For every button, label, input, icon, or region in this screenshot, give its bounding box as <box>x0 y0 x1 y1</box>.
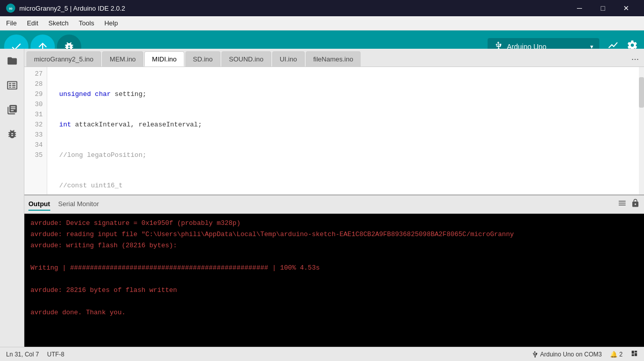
scrollbar-thumb[interactable] <box>639 77 644 108</box>
sidebar-item-debug[interactable] <box>4 126 20 142</box>
tab-output[interactable]: Output <box>28 198 50 211</box>
tab-microgranny[interactable]: microGranny2_5.ino <box>26 51 101 67</box>
sidebar-item-explorer[interactable] <box>4 53 20 69</box>
code-editor[interactable]: 27 28 29 30 31 32 33 34 35 unsigned char… <box>24 67 644 194</box>
output-line-9: avrdude done. Thank you. <box>30 307 638 318</box>
menu-edit[interactable]: Edit <box>27 19 38 27</box>
output-line-1: avrdude: Device signature = 0x1e950f (pr… <box>30 218 638 229</box>
notifications: 🔔 2 <box>610 351 623 358</box>
output-panel: Output Serial Monitor avrdude: Device si… <box>24 194 644 347</box>
close-button[interactable]: ✕ <box>615 0 638 16</box>
output-line-6 <box>30 274 638 285</box>
menu-file[interactable]: File <box>6 19 17 27</box>
layout-icon[interactable] <box>631 350 638 358</box>
titlebar: ∞ microGranny2_5 | Arduino IDE 2.0.2 ─ □… <box>0 0 644 16</box>
menubar: File Edit Sketch Tools Help <box>0 16 644 30</box>
board-status: Arduino Uno on COM3 <box>531 351 602 358</box>
window-title: microGranny2_5 | Arduino IDE 2.0.2 <box>19 5 568 12</box>
code-content[interactable]: unsigned char setting; int attackInterva… <box>47 67 644 194</box>
tab-filenames[interactable]: fileNames.ino <box>306 51 361 67</box>
menu-help[interactable]: Help <box>104 19 118 27</box>
tab-serial-monitor[interactable]: Serial Monitor <box>58 198 99 211</box>
sidebar-item-board[interactable] <box>4 77 20 93</box>
output-line-7: avrdude: 28216 bytes of flash written <box>30 285 638 296</box>
menu-tools[interactable]: Tools <box>79 19 94 27</box>
tab-sd[interactable]: SD.ino <box>185 51 220 67</box>
horizontal-lines-icon[interactable] <box>618 199 627 210</box>
output-right-icons <box>618 199 640 210</box>
cursor-position: Ln 31, Col 7 <box>6 351 39 358</box>
editor-tabs: microGranny2_5.ino MEM.ino MIDI.ino SD.i… <box>24 49 644 67</box>
line-numbers: 27 28 29 30 31 32 33 34 35 <box>24 67 47 194</box>
output-tabs: Output Serial Monitor <box>24 195 644 214</box>
main-content: microGranny2_5.ino MEM.ino MIDI.ino SD.i… <box>24 49 644 347</box>
statusbar: Ln 31, Col 7 UTF-8 Arduino Uno on COM3 🔔… <box>0 347 644 361</box>
output-content: avrdude: Device signature = 0x1e950f (pr… <box>24 214 644 347</box>
output-line-2: avrdude: reading input file "C:\Users\ph… <box>30 229 638 240</box>
lock-icon[interactable] <box>631 199 640 210</box>
board-label: Arduino Uno on COM3 <box>540 351 602 358</box>
minimize-button[interactable]: ─ <box>568 0 591 16</box>
output-line-3: avrdude: writing flash (28216 bytes): <box>30 240 638 251</box>
svg-text:∞: ∞ <box>9 6 12 11</box>
output-line-4 <box>30 251 638 262</box>
output-line-5: Writing | ##############################… <box>30 262 638 274</box>
menu-sketch[interactable]: Sketch <box>48 19 69 27</box>
side-panel <box>0 49 24 347</box>
tab-mem[interactable]: MEM.ino <box>102 51 143 67</box>
window-controls: ─ □ ✕ <box>568 0 638 16</box>
status-right: Arduino Uno on COM3 🔔 2 <box>531 350 638 358</box>
maximize-button[interactable]: □ <box>591 0 615 16</box>
tabs-more-button[interactable]: ··· <box>626 51 644 67</box>
output-line-8 <box>30 296 638 307</box>
tab-sound[interactable]: SOUND.ino <box>221 51 271 67</box>
tab-ui[interactable]: UI.ino <box>272 51 305 67</box>
vertical-scrollbar[interactable] <box>639 67 644 194</box>
sidebar-item-library[interactable] <box>4 102 20 118</box>
tab-midi[interactable]: MIDI.ino <box>144 51 184 67</box>
encoding: UTF-8 <box>47 351 65 358</box>
app-icon: ∞ <box>6 4 15 13</box>
